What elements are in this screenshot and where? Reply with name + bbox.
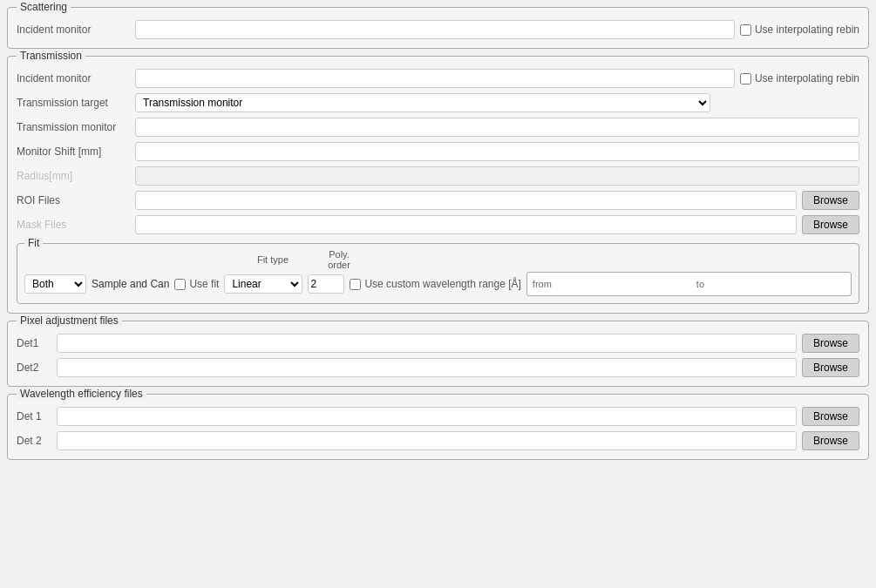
from-label: from xyxy=(533,279,552,289)
to-label: to xyxy=(696,279,704,289)
pixel-adjustment-section: Pixel adjustment files Det1 Browse Det2 … xyxy=(7,321,869,387)
fit-sample-can-label: Sample and Can xyxy=(92,278,169,290)
transmission-target-label: Transmission target xyxy=(17,97,130,109)
roi-files-input[interactable] xyxy=(135,191,797,210)
fit-type-header: Fit type xyxy=(234,254,312,265)
scattering-incident-label: Incident monitor xyxy=(17,24,130,36)
wl-det2-row: Det 2 Browse xyxy=(17,431,859,450)
wavelength-efficiency-section: Wavelength efficiency files Det 1 Browse… xyxy=(7,394,869,460)
radius-row: Radius[mm] xyxy=(17,166,859,186)
scattering-label: Scattering xyxy=(17,1,71,13)
monitor-shift-row: Monitor Shift [mm] xyxy=(17,142,859,161)
transmission-monitor-label: Transmission monitor xyxy=(17,121,130,133)
roi-files-browse-button[interactable]: Browse xyxy=(802,191,859,210)
monitor-shift-label: Monitor Shift [mm] xyxy=(17,145,130,158)
fit-use-custom-wavelength-label: Use custom wavelength range [Å] xyxy=(350,278,520,290)
scattering-incident-input[interactable] xyxy=(135,20,735,39)
fit-header-row: Fit type Poly. order xyxy=(24,249,852,270)
wavelength-range-box: from to xyxy=(526,272,852,296)
fit-both-select[interactable]: Both Sample Can xyxy=(24,274,86,294)
fit-section: Fit Fit type Poly. order Both Sample Can… xyxy=(17,243,859,304)
transmission-use-interpolating-checkbox[interactable] xyxy=(740,73,751,84)
wl-det1-browse-button[interactable]: Browse xyxy=(802,407,859,426)
fit-use-fit-checkbox[interactable] xyxy=(174,279,186,290)
fit-use-custom-wavelength-checkbox[interactable] xyxy=(350,279,361,290)
transmission-use-interpolating-label: Use interpolating rebin xyxy=(740,72,859,84)
transmission-monitor-input[interactable] xyxy=(135,118,859,137)
wavelength-efficiency-label: Wavelength efficiency files xyxy=(17,388,146,400)
pixel-det2-input[interactable] xyxy=(57,358,797,377)
scattering-incident-row: Incident monitor Use interpolating rebin xyxy=(17,20,859,39)
fit-use-fit-label: Use fit xyxy=(174,278,219,290)
mask-files-input[interactable] xyxy=(135,215,797,234)
wl-det2-input[interactable] xyxy=(57,431,797,450)
scattering-use-interpolating-checkbox[interactable] xyxy=(740,24,751,36)
pixel-det2-browse-button[interactable]: Browse xyxy=(802,358,859,377)
pixel-det1-row: Det1 Browse xyxy=(17,334,859,353)
transmission-incident-label: Incident monitor xyxy=(17,72,130,84)
roi-files-row: ROI Files Browse xyxy=(17,191,859,210)
mask-files-browse-button[interactable]: Browse xyxy=(802,215,859,234)
transmission-incident-input[interactable] xyxy=(135,69,735,88)
radius-label: Radius[mm] xyxy=(17,170,130,182)
scattering-use-interpolating-label: Use interpolating rebin xyxy=(740,24,859,36)
wl-det1-row: Det 1 Browse xyxy=(17,407,859,426)
transmission-target-row: Transmission target Transmission monitor xyxy=(17,93,859,112)
pixel-det2-label: Det2 xyxy=(17,362,51,374)
pixel-adjustment-label: Pixel adjustment files xyxy=(17,314,122,327)
fit-controls-row: Both Sample Can Sample and Can Use fit L… xyxy=(24,272,852,296)
monitor-shift-input[interactable] xyxy=(135,142,859,161)
fit-label: Fit xyxy=(24,237,43,249)
wl-det2-browse-button[interactable]: Browse xyxy=(802,431,859,450)
scattering-section: Scattering Incident monitor Use interpol… xyxy=(7,7,869,49)
fit-type-select[interactable]: Linear Polynomial xyxy=(224,274,302,294)
transmission-incident-row: Incident monitor Use interpolating rebin xyxy=(17,69,859,88)
wl-det1-label: Det 1 xyxy=(17,410,51,422)
transmission-section: Transmission Incident monitor Use interp… xyxy=(7,56,869,314)
pixel-det2-row: Det2 Browse xyxy=(17,358,859,377)
radius-input[interactable] xyxy=(135,166,859,186)
pixel-det1-label: Det1 xyxy=(17,337,51,349)
transmission-target-select[interactable]: Transmission monitor xyxy=(135,93,710,112)
poly-order-header: Poly. order xyxy=(321,249,357,270)
transmission-label: Transmission xyxy=(17,50,85,62)
pixel-det1-input[interactable] xyxy=(57,334,797,353)
wavelength-from-input[interactable] xyxy=(555,274,693,294)
fit-poly-order-input[interactable] xyxy=(308,274,344,294)
pixel-det1-browse-button[interactable]: Browse xyxy=(802,334,859,353)
wl-det2-label: Det 2 xyxy=(17,435,51,447)
roi-files-label: ROI Files xyxy=(17,194,130,206)
mask-files-label: Mask Files xyxy=(17,219,130,231)
wavelength-to-input[interactable] xyxy=(708,274,845,294)
wl-det1-input[interactable] xyxy=(57,407,797,426)
mask-files-row: Mask Files Browse xyxy=(17,215,859,234)
transmission-monitor-row: Transmission monitor xyxy=(17,118,859,137)
